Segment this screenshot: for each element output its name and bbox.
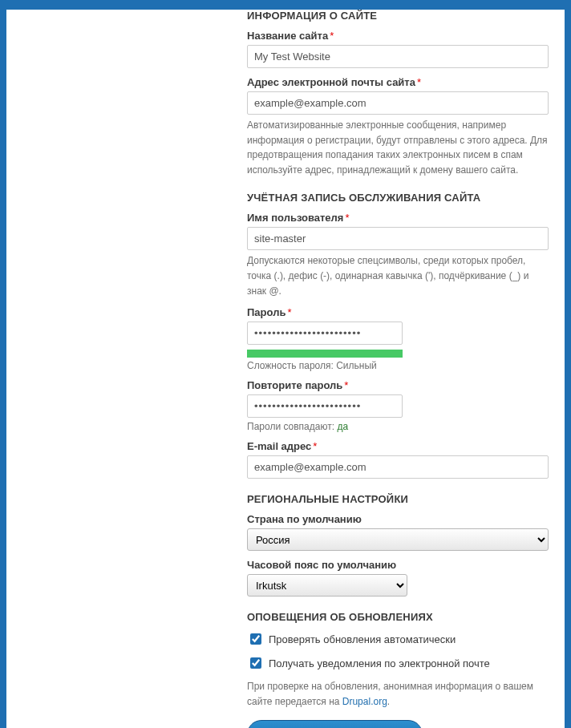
password-strength-bar	[247, 350, 403, 358]
country-select[interactable]: Россия	[247, 528, 549, 551]
timezone-label: Часовой пояс по умолчанию	[247, 559, 549, 571]
country-label: Страна по умолчанию	[247, 513, 549, 525]
section-account: УЧЁТНАЯ ЗАПИСЬ ОБСЛУЖИВАНИЯ САЙТА	[247, 192, 549, 204]
username-label: Имя пользователя*	[247, 212, 549, 224]
email-notify-label[interactable]: Получать уведомления по электронной почт…	[269, 657, 490, 669]
password-confirm-input[interactable]	[247, 394, 403, 418]
username-desc: Допускаются некоторые спецсимволы, среди…	[247, 253, 549, 298]
section-regional: РЕГИОНАЛЬНЫЕ НАСТРОЙКИ	[247, 493, 549, 505]
password-label: Пароль*	[247, 306, 549, 318]
section-site-info: ИНФОРМАЦИЯ О САЙТЕ	[247, 10, 549, 22]
timezone-select[interactable]: Irkutsk	[247, 574, 407, 597]
drupal-link[interactable]: Drupal.org	[342, 696, 387, 707]
site-name-input[interactable]	[247, 45, 549, 68]
account-email-label: E-mail адрес*	[247, 440, 549, 452]
password-confirm-label: Повторите пароль*	[247, 379, 549, 391]
updates-desc: При проверке на обновления, анонимная ин…	[247, 679, 549, 709]
email-notify-checkbox[interactable]	[250, 657, 261, 669]
submit-button[interactable]: Сохранить и продолжить	[247, 720, 423, 728]
check-updates-label[interactable]: Проверять обновления автоматически	[269, 633, 456, 645]
section-updates: ОПОВЕЩЕНИЯ ОБ ОБНОВЛЕНИЯХ	[247, 611, 549, 623]
password-match-text: Пароли совпадают: да	[247, 421, 549, 432]
username-input[interactable]	[247, 227, 549, 250]
password-strength-text: Сложность пароля: Сильный	[247, 360, 549, 371]
site-email-desc: Автоматизированные электронные сообщения…	[247, 118, 549, 177]
site-name-label: Название сайта*	[247, 30, 549, 42]
check-updates-checkbox[interactable]	[250, 633, 261, 645]
password-input[interactable]	[247, 322, 403, 345]
site-email-input[interactable]	[247, 91, 549, 115]
account-email-input[interactable]	[247, 455, 549, 479]
site-email-label: Адрес электронной почты сайта*	[247, 76, 549, 88]
